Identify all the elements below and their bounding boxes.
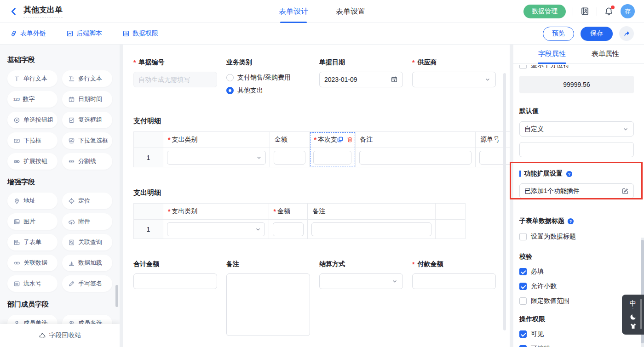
field-total-amount[interactable]: 合计金额: [133, 260, 217, 289]
help-question-icon[interactable]: [566, 171, 573, 177]
field-note[interactable]: 备注: [226, 260, 310, 336]
allow-decimal-option[interactable]: 允许小数: [519, 282, 634, 290]
note-input[interactable]: [311, 222, 431, 236]
sidebar-item-signature[interactable]: 手写签名: [62, 275, 112, 292]
amount-input[interactable]: [273, 222, 304, 236]
tab-form-settings[interactable]: 表单设置: [336, 0, 365, 23]
share-button[interactable]: [619, 26, 634, 41]
notification-bell-icon[interactable]: [604, 6, 614, 16]
back-icon[interactable]: [9, 7, 18, 16]
settlement-select[interactable]: [319, 273, 403, 289]
checkbox-icon[interactable]: [519, 297, 527, 305]
sidebar-item-address[interactable]: 地址: [7, 193, 58, 209]
canvas-scrollbar[interactable]: [503, 73, 506, 330]
sidebar-item-select[interactable]: 下拉框: [7, 132, 58, 149]
checkbox-icon[interactable]: [519, 345, 527, 347]
supplier-select[interactable]: [412, 72, 496, 87]
required-option[interactable]: 必填: [519, 267, 634, 276]
total-amount-input[interactable]: [133, 273, 217, 289]
edit-icon[interactable]: [621, 188, 629, 195]
sidebar-item-datetime[interactable]: 日期时间: [62, 91, 112, 108]
radio-icon[interactable]: [226, 87, 234, 94]
limit-range-option[interactable]: 限定数值范围: [519, 297, 634, 305]
language-toggle[interactable]: 中: [630, 300, 637, 307]
checkbox-icon[interactable]: [519, 65, 527, 69]
sidebar-item-radio-group[interactable]: 单选按钮组: [7, 112, 58, 128]
note-textarea[interactable]: [226, 273, 310, 336]
checkbox-icon[interactable]: [519, 268, 527, 275]
field-supplier[interactable]: *供应商: [412, 58, 496, 87]
field-pay-amount[interactable]: *付款金额: [412, 260, 496, 289]
column-note[interactable]: 备注: [308, 204, 436, 239]
dark-mode-moon-icon[interactable]: [629, 313, 637, 321]
sidebar-item-linked-data[interactable]: 关联数据: [7, 255, 58, 271]
checkbox-icon[interactable]: [519, 283, 527, 290]
amount-input[interactable]: [274, 151, 305, 165]
radio-icon[interactable]: [226, 74, 234, 81]
field-settlement-method[interactable]: 结算方式: [319, 260, 403, 289]
backend-script-link[interactable]: 后端脚本: [66, 29, 102, 38]
sidebar-scrollbar[interactable]: [115, 285, 118, 307]
select-icon: [13, 137, 20, 144]
tab-form-properties[interactable]: 表单属性: [592, 45, 619, 63]
sidebar-item-multi-select[interactable]: 下拉复选框: [62, 132, 112, 149]
data-permission-link[interactable]: 数据权限: [122, 29, 158, 38]
sidebar-item-divider[interactable]: 分割线: [62, 153, 112, 170]
form-external-link[interactable]: 表单外链: [10, 29, 46, 38]
radio-option-sales[interactable]: 支付销售/采购费用: [226, 74, 310, 82]
tab-form-design[interactable]: 表单设计: [279, 0, 308, 23]
doc-no-input-field[interactable]: [138, 76, 212, 83]
save-button[interactable]: 保存: [581, 27, 613, 41]
chevron-down-icon: [255, 226, 261, 233]
radio-option-other[interactable]: 其他支出: [226, 86, 310, 95]
tab-field-properties[interactable]: 字段属性: [538, 45, 566, 63]
doc-no-input[interactable]: [133, 72, 217, 87]
field-biz-type[interactable]: 业务类别 支付销售/采购费用 其他支出: [226, 58, 310, 95]
column-amount[interactable]: 金额: [270, 132, 310, 167]
sidebar-item-location[interactable]: 定位: [62, 193, 112, 209]
sidebar-item-multi-line-text[interactable]: 多行文本: [62, 70, 112, 87]
set-data-title-option[interactable]: 设置为数据标题: [519, 233, 634, 241]
checkbox-icon[interactable]: [519, 233, 527, 240]
category-select[interactable]: [167, 222, 265, 236]
visible-option[interactable]: 可见: [519, 330, 634, 338]
checkbox-icon[interactable]: [519, 330, 527, 338]
sidebar-item-image[interactable]: 图片: [7, 213, 58, 230]
column-expense-category[interactable]: *支出类别: [163, 204, 269, 239]
field-doc-date[interactable]: 单据日期 2023-01-09: [319, 58, 403, 87]
sidebar-item-attachment[interactable]: 附件: [62, 213, 112, 230]
address-book-icon[interactable]: [580, 6, 590, 16]
current-payment-input[interactable]: [313, 151, 351, 165]
copy-field-icon[interactable]: [337, 136, 344, 143]
sidebar-item-checkbox-group[interactable]: 复选框组: [62, 112, 112, 128]
theme-shirt-icon[interactable]: [629, 322, 637, 330]
sidebar-item-subform[interactable]: 子表单: [7, 234, 58, 250]
signature-icon: [68, 280, 75, 287]
preview-button[interactable]: 预览: [543, 27, 574, 41]
field-recycle-bin[interactable]: 字段回收站: [0, 324, 120, 347]
column-amount[interactable]: *金额: [269, 204, 308, 239]
avatar[interactable]: 存: [621, 4, 635, 18]
thousand-separator-option[interactable]: 显示千分位符: [519, 65, 634, 69]
field-doc-no[interactable]: *单据编号: [133, 58, 217, 87]
sidebar-item-lookup[interactable]: 关联查询: [62, 234, 112, 250]
sidebar-item-extend-button[interactable]: 扩展按钮: [7, 153, 58, 170]
default-value-custom-input[interactable]: [519, 142, 634, 157]
help-question-icon[interactable]: [567, 218, 574, 225]
column-current-payment-selected[interactable]: *本次支: [310, 132, 356, 167]
column-note[interactable]: 备注: [356, 132, 476, 167]
data-manage-button[interactable]: 数据管理: [523, 5, 566, 18]
delete-field-icon[interactable]: [346, 136, 353, 143]
note-input[interactable]: [359, 151, 472, 165]
pay-amount-input[interactable]: [412, 273, 496, 289]
plugin-summary-field[interactable]: 已添加1个功能插件: [519, 183, 634, 199]
sidebar-item-serial-number[interactable]: 流水号: [7, 275, 58, 292]
category-select[interactable]: [167, 151, 266, 165]
column-expense-category[interactable]: *支出类别: [163, 132, 270, 167]
sidebar-item-number[interactable]: 123数字: [7, 91, 58, 108]
editable-option[interactable]: 可编辑: [519, 345, 634, 347]
default-value-mode-select[interactable]: 自定义: [519, 121, 634, 137]
doc-date-input[interactable]: 2023-01-09: [319, 72, 403, 87]
sidebar-item-single-line-text[interactable]: 单行文本: [7, 70, 58, 87]
sidebar-item-data-load[interactable]: 数据加载: [62, 255, 112, 271]
